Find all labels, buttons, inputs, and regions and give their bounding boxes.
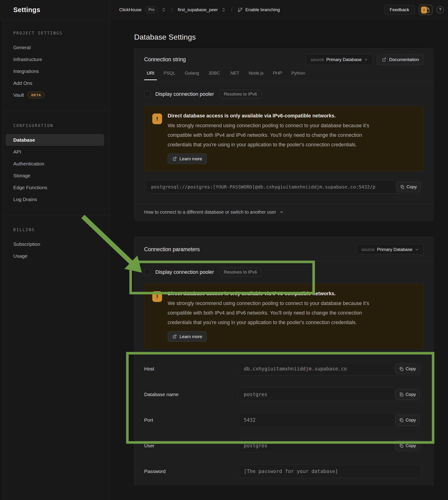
- sidebar-item-usage[interactable]: Usage: [6, 250, 104, 262]
- external-link-icon: [382, 57, 386, 62]
- main-content: Database Settings Connection string sour…: [110, 20, 448, 500]
- git-branch-icon: [238, 7, 243, 12]
- pooler-label: Display connection pooler: [155, 269, 214, 275]
- port-field[interactable]: 5432 Copy: [239, 413, 421, 427]
- chevron-down-icon: [279, 210, 284, 214]
- field-row-password: Password [The password for your database…: [144, 465, 421, 478]
- database-name-label: Database name: [144, 392, 239, 397]
- display-connection-pooler-checkbox[interactable]: [144, 269, 150, 275]
- header-actions: Feedback ?: [384, 0, 448, 19]
- page-title: Database Settings: [134, 33, 448, 41]
- connection-uri-box[interactable]: postgresql://postgres:[YOUR-PASSWORD]@db…: [146, 180, 422, 194]
- top-header: Settings ClickHouse Pro / first_supabase…: [0, 0, 448, 20]
- org-name[interactable]: ClickHouse: [119, 7, 142, 12]
- database-name-value: postgres: [239, 392, 267, 397]
- tab-python[interactable]: Python: [289, 67, 308, 80]
- source-select[interactable]: source Primary Database: [306, 54, 373, 65]
- host-value: db.cxhygiuitamxhniiddjm.supabase.co: [239, 366, 347, 372]
- sidebar-item-general[interactable]: General: [6, 41, 104, 53]
- copy-database-name-button[interactable]: Copy: [395, 389, 420, 400]
- connection-uri-value: postgresql://postgres:[YOUR-PASSWORD]@db…: [146, 184, 422, 190]
- copy-host-button[interactable]: Copy: [395, 364, 420, 374]
- ipv6-warning: Direct database access is only available…: [144, 283, 424, 349]
- tab-jdbc[interactable]: JDBC: [206, 67, 223, 80]
- display-connection-pooler-checkbox[interactable]: [144, 91, 150, 97]
- help-button[interactable]: ?: [437, 6, 444, 14]
- warning-body-line: credentials that you're using in your ap…: [168, 140, 416, 150]
- header-left: Settings: [0, 0, 110, 19]
- sidebar-section-label: CONFIGURATION: [13, 123, 110, 128]
- chevron-down-icon: [415, 248, 419, 252]
- sidebar-item-add-ons[interactable]: Add Ons: [6, 77, 104, 89]
- pooler-row: Display connection pooler Resolves to IP…: [144, 87, 424, 101]
- source-label: source: [361, 247, 375, 252]
- tab-dotnet[interactable]: .NET: [226, 67, 242, 80]
- breadcrumb-slash: /: [171, 7, 173, 13]
- learn-more-button[interactable]: Learn more: [168, 153, 207, 164]
- user-label: User: [144, 443, 239, 449]
- source-select[interactable]: source Primary Database: [356, 244, 424, 255]
- chevrons-up-down-icon: [221, 7, 226, 12]
- documentation-button[interactable]: Documentation: [377, 54, 424, 65]
- sidebar-item-authentication[interactable]: Authentication: [6, 158, 104, 170]
- sidebar-item-infrastructure[interactable]: Infrastructure: [6, 53, 104, 65]
- beta-badge: BETA: [28, 92, 45, 99]
- sidebar-item-storage[interactable]: Storage: [6, 170, 104, 182]
- database-name-field[interactable]: postgres Copy: [239, 388, 421, 401]
- connection-parameters-fields: Host db.cxhygiuitamxhniiddjm.supabase.co…: [134, 349, 433, 478]
- sidebar-item-database[interactable]: Database: [6, 134, 104, 146]
- pooler-label: Display connection pooler: [155, 91, 214, 97]
- project-name[interactable]: first_supabase_peer: [178, 7, 218, 12]
- password-field[interactable]: [The password for your database]: [239, 465, 421, 478]
- copy-port-button[interactable]: Copy: [395, 415, 420, 425]
- connection-string-panel: Connection string source Primary Databas…: [134, 48, 434, 221]
- tab-uri[interactable]: URI: [144, 67, 157, 80]
- warning-body-line: We strongly recommend using connection p…: [168, 299, 416, 308]
- port-value: 5432: [239, 417, 256, 423]
- sidebar-item-edge-functions[interactable]: Edge Functions: [6, 182, 104, 193]
- feedback-button[interactable]: Feedback: [384, 5, 415, 15]
- sidebar-item-integrations[interactable]: Integrations: [6, 65, 104, 77]
- org-selector[interactable]: [161, 7, 166, 12]
- sidebar-item-log-drains[interactable]: Log Drains: [6, 193, 104, 205]
- password-placeholder: [The password for your database]: [239, 468, 338, 474]
- sidebar-item-vault[interactable]: Vault BETA: [6, 89, 104, 101]
- left-rail: [0, 0, 2, 500]
- password-label: Password: [144, 468, 239, 474]
- connection-parameters-title: Connection parameters: [144, 246, 200, 252]
- sidebar-item-subscription[interactable]: Subscription: [6, 238, 104, 250]
- learn-more-button[interactable]: Learn more: [168, 331, 207, 342]
- warning-body-line: compatible with both IPv4 and IPv6 netwo…: [168, 131, 416, 140]
- sidebar: PROJECT SETTINGS General Infrastructure …: [0, 20, 110, 500]
- sidebar-item-api[interactable]: API: [6, 146, 104, 158]
- field-row-host: Host db.cxhygiuitamxhniiddjm.supabase.co…: [144, 362, 421, 376]
- tab-php[interactable]: PHP: [270, 67, 285, 80]
- sidebar-section-label: BILLING: [13, 227, 110, 232]
- connection-string-title: Connection string: [144, 56, 186, 63]
- connection-type-tabs: URI PSQL Golang JDBC .NET Node.js PHP Py…: [134, 67, 433, 80]
- plan-badge: Pro: [145, 6, 158, 13]
- field-row-user: User postgres Copy: [144, 439, 421, 452]
- host-label: Host: [144, 366, 239, 372]
- connection-string-header: Connection string source Primary Databas…: [134, 49, 433, 65]
- external-link-icon: [172, 157, 177, 161]
- project-selector[interactable]: [221, 7, 226, 12]
- enable-branching-button[interactable]: Enable branching: [238, 7, 280, 12]
- user-field[interactable]: postgres Copy: [239, 439, 421, 452]
- breadcrumb-slash: /: [231, 7, 232, 13]
- copy-icon: [400, 185, 404, 189]
- copy-uri-button[interactable]: Copy: [396, 182, 421, 192]
- chevron-down-icon: [364, 58, 368, 62]
- port-label: Port: [144, 417, 239, 423]
- notifications-button[interactable]: [419, 5, 432, 15]
- host-field[interactable]: db.cxhygiuitamxhniiddjm.supabase.co Copy: [239, 362, 421, 376]
- copy-user-button[interactable]: Copy: [395, 440, 420, 451]
- tab-nodejs[interactable]: Node.js: [246, 67, 266, 80]
- field-row-database-name: Database name postgres Copy: [144, 388, 421, 401]
- tab-golang[interactable]: Golang: [182, 67, 201, 80]
- user-value: postgres: [239, 443, 267, 449]
- how-to-connect-toggle[interactable]: How to connect to a different database o…: [134, 204, 433, 221]
- warning-icon: [152, 291, 162, 302]
- tab-psql[interactable]: PSQL: [161, 67, 178, 80]
- copy-icon: [399, 367, 403, 371]
